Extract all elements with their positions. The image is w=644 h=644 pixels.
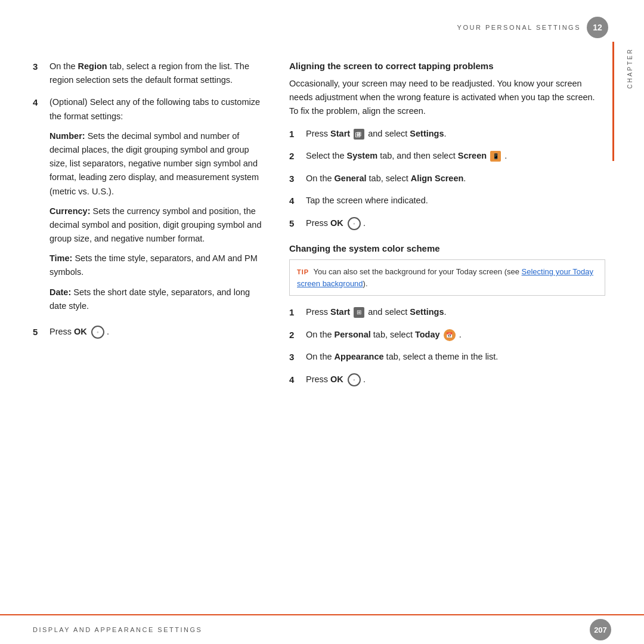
- color-step1-number: 1: [289, 306, 300, 320]
- ok-button-icon-3: ◦: [348, 373, 361, 386]
- time-title: Time:: [49, 253, 72, 263]
- item3-number: 3: [33, 60, 44, 87]
- color-step-4: 4 Press OK ◦ .: [289, 373, 605, 387]
- number-text: Sets the decimal symbol and number of de…: [49, 131, 259, 196]
- start-icon-2: ⊞: [354, 307, 364, 318]
- today-icon: 📅: [444, 329, 456, 341]
- item3-bold: Region: [78, 61, 107, 71]
- align-step3-number: 3: [289, 172, 300, 186]
- page-footer: DISPLAY AND APPEARANCE SETTINGS 207: [0, 614, 644, 644]
- align-step5-content: Press OK ◦ .: [306, 216, 366, 231]
- number-subitem: Number: Sets the decimal symbol and numb…: [49, 129, 265, 199]
- date-text: Sets the short date style, separators, a…: [49, 287, 250, 311]
- item4-text: (Optional) Select any of the following t…: [49, 97, 260, 120]
- item3-content: On the Region tab, select a region from …: [49, 60, 265, 87]
- align-step-3: 3 On the General tab, select Align Scree…: [289, 172, 605, 186]
- align-step2-number: 2: [289, 150, 300, 163]
- footer-title: DISPLAY AND APPEARANCE SETTINGS: [33, 626, 202, 633]
- color-step-3: 3 On the Appearance tab, select a theme …: [289, 350, 605, 364]
- align-step4-number: 4: [289, 194, 300, 208]
- screen-icon: 📱: [490, 151, 501, 162]
- color-step2-number: 2: [289, 329, 300, 342]
- item4-content: (Optional) Select any of the following t…: [49, 95, 265, 317]
- align-step4-content: Tap the screen where indicated.: [306, 194, 428, 208]
- page-header: YOUR PERSONAL SETTINGS 12: [457, 17, 608, 38]
- align-step-1: 1 Press Start ⊞ and select Settings.: [289, 127, 605, 141]
- list-item-5: 5 Press OK ◦ .: [33, 325, 265, 339]
- list-item-3: 3 On the Region tab, select a region fro…: [33, 60, 265, 87]
- color-step3-content: On the Appearance tab, select a theme in…: [306, 350, 498, 364]
- main-content: 3 On the Region tab, select a region fro…: [33, 60, 605, 608]
- item5-number: 5: [33, 326, 44, 339]
- item5-period: .: [107, 327, 109, 336]
- time-subitem: Time: Sets the time style, separators, a…: [49, 252, 265, 279]
- item5-content: Press OK ◦ .: [49, 325, 109, 339]
- tip-box: TIP You can also set the background for …: [289, 259, 605, 296]
- date-subitem: Date: Sets the short date style, separat…: [49, 286, 265, 313]
- color-step4-content: Press OK ◦ .: [306, 373, 366, 387]
- align-step1-content: Press Start ⊞ and select Settings.: [306, 127, 447, 141]
- color-scheme-section: Changing the system color scheme TIP You…: [289, 242, 605, 386]
- align-step3-content: On the General tab, select Align Screen.: [306, 172, 466, 186]
- item3-text1: On the: [49, 61, 78, 71]
- color-scheme-heading: Changing the system color scheme: [289, 242, 605, 255]
- start-icon-1: ⊞: [354, 129, 364, 140]
- time-text: Sets the time style, separators, and AM …: [49, 253, 258, 277]
- align-screen-heading: Aligning the screen to correct tapping p…: [289, 60, 605, 72]
- number-title: Number:: [49, 131, 85, 141]
- tip-text2: ).: [363, 279, 368, 288]
- list-item-4: 4 (Optional) Select any of the following…: [33, 95, 265, 317]
- date-title: Date:: [49, 287, 71, 297]
- right-column: Aligning the screen to correct tapping p…: [289, 60, 605, 608]
- item5-press: Press: [49, 327, 74, 336]
- item4-number: 4: [33, 96, 44, 317]
- align-step-2: 2 Select the System tab, and then select…: [289, 149, 605, 163]
- align-screen-body: Occasionally, your screen may need to be…: [289, 77, 605, 119]
- color-step4-number: 4: [289, 373, 300, 387]
- currency-subitem: Currency: Sets the currency symbol and p…: [49, 205, 265, 246]
- color-step3-number: 3: [289, 351, 300, 364]
- color-step2-content: On the Personal tab, select Today 📅 .: [306, 328, 462, 342]
- align-screen-section: Aligning the screen to correct tapping p…: [289, 60, 605, 230]
- currency-title: Currency:: [49, 206, 91, 216]
- align-step-4: 4 Tap the screen where indicated.: [289, 194, 605, 208]
- color-step-1: 1 Press Start ⊞ and select Settings.: [289, 305, 605, 320]
- ok-button-icon-2: ◦: [348, 217, 361, 230]
- align-step-5: 5 Press OK ◦ .: [289, 216, 605, 231]
- tip-text1: You can also set the background for your…: [314, 267, 522, 276]
- footer-page-badge: 207: [590, 619, 611, 640]
- chapter-label: CHAPTER: [627, 48, 633, 89]
- ok-button-icon: ◦: [91, 326, 104, 339]
- color-step1-content: Press Start ⊞ and select Settings.: [306, 305, 447, 320]
- tip-label: TIP: [297, 268, 309, 275]
- align-step1-number: 1: [289, 128, 300, 141]
- color-step-2: 2 On the Personal tab, select Today 📅 .: [289, 328, 605, 342]
- item5-ok: OK: [74, 327, 87, 336]
- header-title: YOUR PERSONAL SETTINGS: [457, 24, 581, 31]
- align-step5-number: 5: [289, 217, 300, 231]
- align-step2-content: Select the System tab, and then select S…: [306, 149, 507, 163]
- accent-line: [612, 42, 614, 161]
- chapter-badge: 12: [587, 17, 608, 38]
- left-column: 3 On the Region tab, select a region fro…: [33, 60, 265, 608]
